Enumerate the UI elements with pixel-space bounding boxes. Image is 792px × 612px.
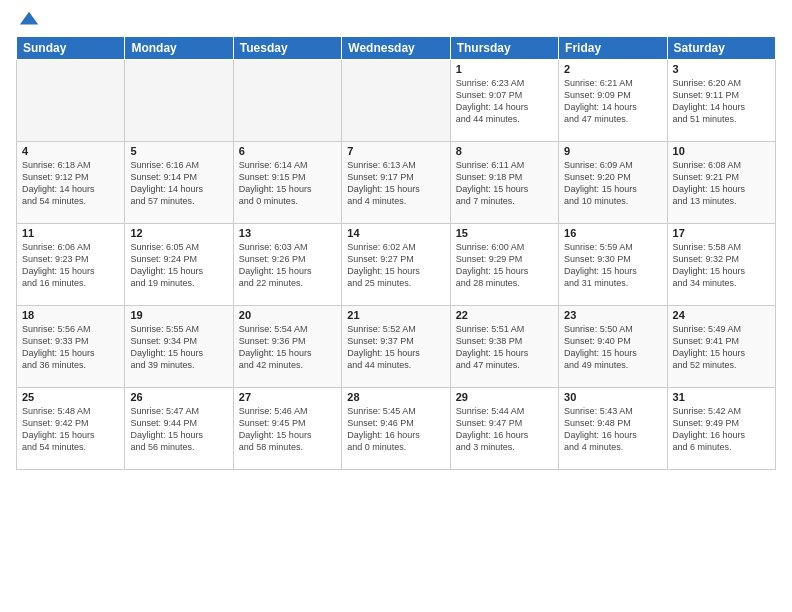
logo	[16, 12, 40, 28]
calendar-day-cell: 8Sunrise: 6:11 AMSunset: 9:18 PMDaylight…	[450, 142, 558, 224]
header	[16, 12, 776, 28]
calendar-day-cell: 29Sunrise: 5:44 AMSunset: 9:47 PMDayligh…	[450, 388, 558, 470]
day-number: 2	[564, 63, 661, 75]
day-info: Sunrise: 5:45 AMSunset: 9:46 PMDaylight:…	[347, 405, 444, 454]
day-number: 12	[130, 227, 227, 239]
day-number: 26	[130, 391, 227, 403]
calendar-day-cell: 31Sunrise: 5:42 AMSunset: 9:49 PMDayligh…	[667, 388, 775, 470]
calendar-day-cell: 15Sunrise: 6:00 AMSunset: 9:29 PMDayligh…	[450, 224, 558, 306]
calendar-day-cell: 19Sunrise: 5:55 AMSunset: 9:34 PMDayligh…	[125, 306, 233, 388]
calendar-day-cell: 14Sunrise: 6:02 AMSunset: 9:27 PMDayligh…	[342, 224, 450, 306]
calendar-week-row: 11Sunrise: 6:06 AMSunset: 9:23 PMDayligh…	[17, 224, 776, 306]
day-info: Sunrise: 5:47 AMSunset: 9:44 PMDaylight:…	[130, 405, 227, 454]
day-info: Sunrise: 5:55 AMSunset: 9:34 PMDaylight:…	[130, 323, 227, 372]
day-info: Sunrise: 6:16 AMSunset: 9:14 PMDaylight:…	[130, 159, 227, 208]
calendar-day-cell: 20Sunrise: 5:54 AMSunset: 9:36 PMDayligh…	[233, 306, 341, 388]
day-number: 31	[673, 391, 770, 403]
day-info: Sunrise: 6:20 AMSunset: 9:11 PMDaylight:…	[673, 77, 770, 126]
calendar-day-cell: 27Sunrise: 5:46 AMSunset: 9:45 PMDayligh…	[233, 388, 341, 470]
calendar-day-cell: 21Sunrise: 5:52 AMSunset: 9:37 PMDayligh…	[342, 306, 450, 388]
day-info: Sunrise: 6:23 AMSunset: 9:07 PMDaylight:…	[456, 77, 553, 126]
day-info: Sunrise: 5:59 AMSunset: 9:30 PMDaylight:…	[564, 241, 661, 290]
day-info: Sunrise: 6:03 AMSunset: 9:26 PMDaylight:…	[239, 241, 336, 290]
day-number: 8	[456, 145, 553, 157]
day-info: Sunrise: 6:11 AMSunset: 9:18 PMDaylight:…	[456, 159, 553, 208]
calendar-day-cell: 24Sunrise: 5:49 AMSunset: 9:41 PMDayligh…	[667, 306, 775, 388]
day-number: 14	[347, 227, 444, 239]
day-number: 3	[673, 63, 770, 75]
calendar-day-cell: 25Sunrise: 5:48 AMSunset: 9:42 PMDayligh…	[17, 388, 125, 470]
day-info: Sunrise: 5:46 AMSunset: 9:45 PMDaylight:…	[239, 405, 336, 454]
day-number: 4	[22, 145, 119, 157]
day-info: Sunrise: 5:43 AMSunset: 9:48 PMDaylight:…	[564, 405, 661, 454]
svg-marker-0	[20, 12, 38, 25]
weekday-header: Tuesday	[233, 37, 341, 60]
day-number: 13	[239, 227, 336, 239]
calendar-day-cell: 18Sunrise: 5:56 AMSunset: 9:33 PMDayligh…	[17, 306, 125, 388]
day-info: Sunrise: 5:56 AMSunset: 9:33 PMDaylight:…	[22, 323, 119, 372]
day-info: Sunrise: 6:06 AMSunset: 9:23 PMDaylight:…	[22, 241, 119, 290]
page: SundayMondayTuesdayWednesdayThursdayFrid…	[0, 0, 792, 612]
calendar-day-cell: 16Sunrise: 5:59 AMSunset: 9:30 PMDayligh…	[559, 224, 667, 306]
day-number: 11	[22, 227, 119, 239]
logo-icon	[18, 8, 40, 30]
day-info: Sunrise: 5:54 AMSunset: 9:36 PMDaylight:…	[239, 323, 336, 372]
day-number: 23	[564, 309, 661, 321]
calendar-day-cell: 23Sunrise: 5:50 AMSunset: 9:40 PMDayligh…	[559, 306, 667, 388]
calendar-day-cell: 28Sunrise: 5:45 AMSunset: 9:46 PMDayligh…	[342, 388, 450, 470]
weekday-header: Friday	[559, 37, 667, 60]
calendar-day-cell: 26Sunrise: 5:47 AMSunset: 9:44 PMDayligh…	[125, 388, 233, 470]
day-number: 25	[22, 391, 119, 403]
calendar-day-cell	[17, 60, 125, 142]
calendar-table: SundayMondayTuesdayWednesdayThursdayFrid…	[16, 36, 776, 470]
day-number: 5	[130, 145, 227, 157]
day-info: Sunrise: 6:13 AMSunset: 9:17 PMDaylight:…	[347, 159, 444, 208]
calendar-day-cell: 13Sunrise: 6:03 AMSunset: 9:26 PMDayligh…	[233, 224, 341, 306]
day-info: Sunrise: 6:05 AMSunset: 9:24 PMDaylight:…	[130, 241, 227, 290]
day-number: 27	[239, 391, 336, 403]
day-info: Sunrise: 6:00 AMSunset: 9:29 PMDaylight:…	[456, 241, 553, 290]
calendar-day-cell: 1Sunrise: 6:23 AMSunset: 9:07 PMDaylight…	[450, 60, 558, 142]
day-number: 1	[456, 63, 553, 75]
day-number: 24	[673, 309, 770, 321]
calendar-day-cell: 7Sunrise: 6:13 AMSunset: 9:17 PMDaylight…	[342, 142, 450, 224]
day-number: 22	[456, 309, 553, 321]
calendar-day-cell: 9Sunrise: 6:09 AMSunset: 9:20 PMDaylight…	[559, 142, 667, 224]
calendar-week-row: 4Sunrise: 6:18 AMSunset: 9:12 PMDaylight…	[17, 142, 776, 224]
day-info: Sunrise: 5:44 AMSunset: 9:47 PMDaylight:…	[456, 405, 553, 454]
day-number: 17	[673, 227, 770, 239]
calendar-day-cell: 5Sunrise: 6:16 AMSunset: 9:14 PMDaylight…	[125, 142, 233, 224]
weekday-header: Monday	[125, 37, 233, 60]
day-info: Sunrise: 6:02 AMSunset: 9:27 PMDaylight:…	[347, 241, 444, 290]
calendar-week-row: 25Sunrise: 5:48 AMSunset: 9:42 PMDayligh…	[17, 388, 776, 470]
calendar-day-cell: 4Sunrise: 6:18 AMSunset: 9:12 PMDaylight…	[17, 142, 125, 224]
weekday-header: Wednesday	[342, 37, 450, 60]
day-info: Sunrise: 5:51 AMSunset: 9:38 PMDaylight:…	[456, 323, 553, 372]
calendar-day-cell: 2Sunrise: 6:21 AMSunset: 9:09 PMDaylight…	[559, 60, 667, 142]
day-info: Sunrise: 5:49 AMSunset: 9:41 PMDaylight:…	[673, 323, 770, 372]
day-info: Sunrise: 6:08 AMSunset: 9:21 PMDaylight:…	[673, 159, 770, 208]
calendar-day-cell: 3Sunrise: 6:20 AMSunset: 9:11 PMDaylight…	[667, 60, 775, 142]
calendar-day-cell: 12Sunrise: 6:05 AMSunset: 9:24 PMDayligh…	[125, 224, 233, 306]
day-info: Sunrise: 5:58 AMSunset: 9:32 PMDaylight:…	[673, 241, 770, 290]
day-info: Sunrise: 6:18 AMSunset: 9:12 PMDaylight:…	[22, 159, 119, 208]
day-info: Sunrise: 6:14 AMSunset: 9:15 PMDaylight:…	[239, 159, 336, 208]
calendar-day-cell	[125, 60, 233, 142]
day-info: Sunrise: 5:48 AMSunset: 9:42 PMDaylight:…	[22, 405, 119, 454]
calendar-week-row: 18Sunrise: 5:56 AMSunset: 9:33 PMDayligh…	[17, 306, 776, 388]
calendar-day-cell	[233, 60, 341, 142]
weekday-header: Sunday	[17, 37, 125, 60]
day-number: 28	[347, 391, 444, 403]
day-number: 15	[456, 227, 553, 239]
day-number: 18	[22, 309, 119, 321]
day-info: Sunrise: 6:21 AMSunset: 9:09 PMDaylight:…	[564, 77, 661, 126]
calendar-day-cell: 30Sunrise: 5:43 AMSunset: 9:48 PMDayligh…	[559, 388, 667, 470]
day-info: Sunrise: 5:50 AMSunset: 9:40 PMDaylight:…	[564, 323, 661, 372]
day-number: 20	[239, 309, 336, 321]
day-number: 6	[239, 145, 336, 157]
weekday-header: Thursday	[450, 37, 558, 60]
day-number: 19	[130, 309, 227, 321]
weekday-header: Saturday	[667, 37, 775, 60]
day-info: Sunrise: 6:09 AMSunset: 9:20 PMDaylight:…	[564, 159, 661, 208]
calendar-header-row: SundayMondayTuesdayWednesdayThursdayFrid…	[17, 37, 776, 60]
